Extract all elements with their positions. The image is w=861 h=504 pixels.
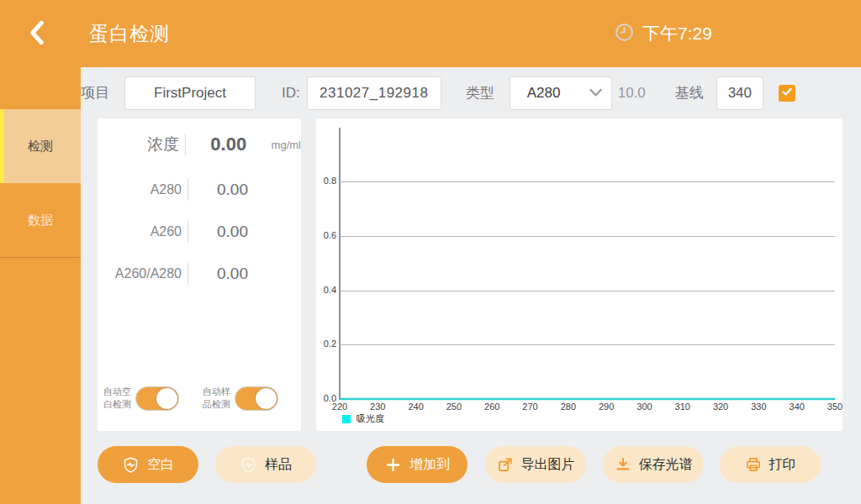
reading-value: 0.00 xyxy=(188,265,277,283)
project-input[interactable] xyxy=(124,76,256,110)
toggle-knob xyxy=(256,388,277,409)
type-select-value: A280 xyxy=(527,85,561,102)
clock-icon xyxy=(614,22,635,46)
shield-pulse-icon xyxy=(240,456,257,474)
factor-value: 10.0 xyxy=(618,85,646,102)
button-label: 样品 xyxy=(265,456,292,474)
action-bar: 空白样品增加到导出图片保存光谱打印 xyxy=(81,446,861,483)
auto-sample-toggle[interactable] xyxy=(235,386,278,411)
readings-card: 浓度0.00mg/mlA2800.00A2600.00A260/A2800.00… xyxy=(98,118,301,431)
toggle-row: 自动空白检测自动样品检测 xyxy=(103,386,298,412)
print-button[interactable]: 打印 xyxy=(720,446,821,483)
sample-button[interactable]: 样品 xyxy=(215,446,316,483)
button-label: 增加到 xyxy=(409,456,450,474)
reading-label: A280 xyxy=(98,182,182,197)
chevron-left-icon xyxy=(26,19,48,49)
sidebar-item-data[interactable]: 数据 xyxy=(0,183,81,258)
reading-label: A260/A280 xyxy=(98,266,182,281)
id-label: ID: xyxy=(282,85,300,102)
page-title: 蛋白检测 xyxy=(89,21,170,47)
reading-value: 0.00 xyxy=(186,134,272,155)
baseline-label: 基线 xyxy=(675,83,704,102)
reading-label: A260 xyxy=(98,224,182,239)
button-label: 空白 xyxy=(147,456,174,474)
plus-icon xyxy=(384,456,402,474)
top-bar: 蛋白检测 下午7:29 xyxy=(0,0,861,67)
protein-detection-app: 蛋白检测 下午7:29 检测数据 项目 ID: 类型 A280 xyxy=(0,0,861,504)
reading-row: A260/A2800.00 xyxy=(98,263,301,285)
reading-label: 浓度 xyxy=(98,134,179,155)
blank-button[interactable]: 空白 xyxy=(98,446,198,483)
type-select[interactable]: A280 xyxy=(510,76,612,110)
button-label: 导出图片 xyxy=(521,456,575,474)
auto-blank-toggle[interactable] xyxy=(135,386,179,411)
check-icon xyxy=(780,85,794,102)
button-label: 打印 xyxy=(769,456,796,474)
type-label: 类型 xyxy=(466,83,494,102)
export-image-button[interactable]: 导出图片 xyxy=(485,446,586,483)
legend-swatch xyxy=(342,415,351,423)
button-label: 保存光谱 xyxy=(639,456,693,474)
reading-row: 浓度0.00mg/ml xyxy=(98,134,301,155)
form-row: 项目 ID: 类型 A280 10.0 基线 xyxy=(81,67,861,118)
reading-value: 0.00 xyxy=(188,181,277,199)
sidebar-item-detect[interactable]: 检测 xyxy=(0,109,81,183)
legend-label: 吸光度 xyxy=(357,412,384,425)
project-label: 项目 xyxy=(81,83,109,102)
reading-row: A2600.00 xyxy=(98,221,301,243)
sidebar-item-label: 数据 xyxy=(28,213,53,228)
reading-row: A2800.00 xyxy=(98,179,301,201)
shield-pulse-icon xyxy=(122,456,140,474)
reading-unit: mg/ml xyxy=(272,139,301,151)
back-button[interactable] xyxy=(22,18,52,50)
printer-icon xyxy=(745,456,762,473)
add-to-button[interactable]: 增加到 xyxy=(367,446,467,483)
toggle-label: 自动样品检测 xyxy=(203,386,230,412)
reading-value: 0.00 xyxy=(188,223,277,241)
toggle-knob xyxy=(156,388,177,409)
export-icon xyxy=(497,456,514,473)
chart-legend: 吸光度 xyxy=(342,412,384,425)
toggle-label: 自动空白检测 xyxy=(103,386,131,412)
baseline-input[interactable] xyxy=(716,76,763,110)
time-display: 下午7:29 xyxy=(642,22,712,45)
baseline-checkbox[interactable] xyxy=(779,85,795,102)
download-icon xyxy=(615,456,631,473)
save-spectrum-button[interactable]: 保存光谱 xyxy=(603,446,704,483)
series-line xyxy=(316,118,843,431)
spectrum-chart: 0.00.20.40.60.82202302402502602702802903… xyxy=(316,118,843,431)
clock-area: 下午7:29 xyxy=(614,0,712,67)
chevron-down-icon xyxy=(586,84,605,102)
id-input[interactable] xyxy=(307,76,441,110)
sidebar: 检测数据 xyxy=(0,67,81,504)
sidebar-item-label: 检测 xyxy=(28,139,53,155)
